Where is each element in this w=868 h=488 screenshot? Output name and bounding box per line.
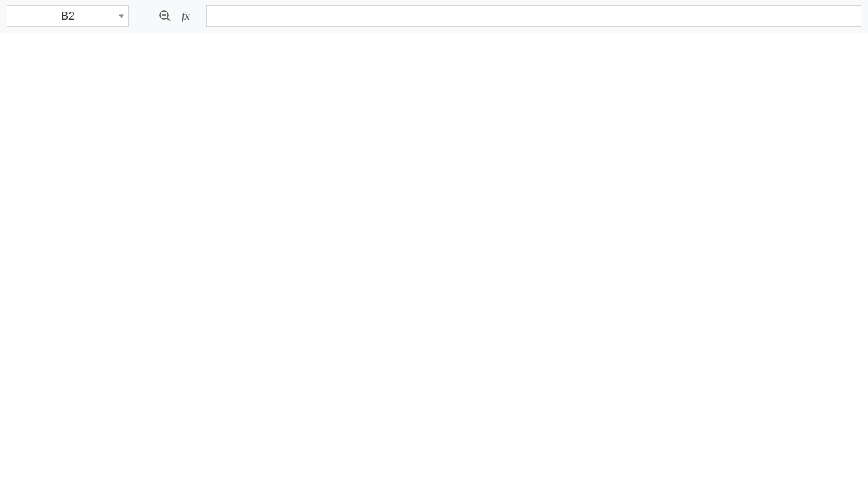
name-box-value: B2 — [61, 10, 75, 22]
fx-icon[interactable]: fx — [179, 7, 198, 26]
svg-line-1 — [167, 18, 171, 22]
zoom-out-icon[interactable] — [156, 7, 175, 26]
dropdown-icon — [119, 15, 124, 18]
formula-input[interactable] — [206, 5, 861, 27]
name-box[interactable]: B2 — [7, 5, 129, 27]
svg-text:fx: fx — [182, 10, 190, 22]
